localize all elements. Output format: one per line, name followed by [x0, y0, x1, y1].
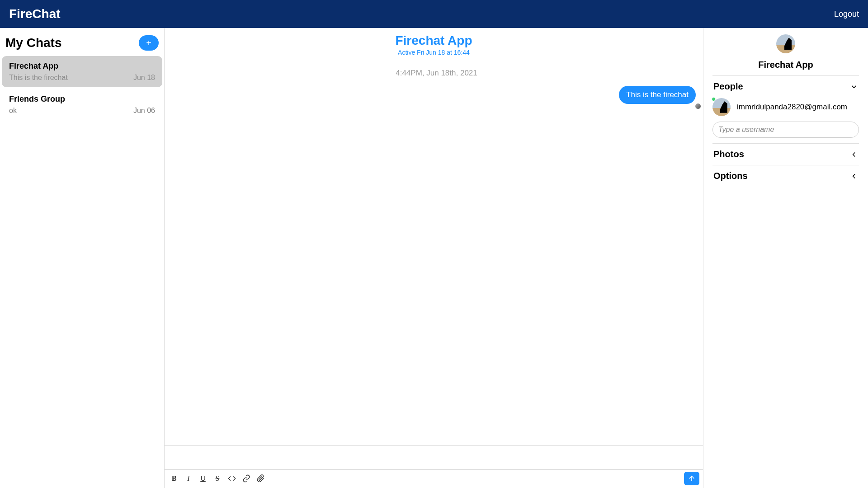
composer-toolbar: B I U S	[165, 470, 703, 488]
message-row: This is the firechat	[172, 86, 701, 104]
brand-title: FireChat	[9, 7, 61, 21]
code-icon	[228, 474, 236, 483]
sidebar: My Chats + Firechat App This is the fire…	[0, 28, 165, 488]
chat-item-title: Firechat App	[9, 61, 155, 71]
chevron-left-icon	[850, 172, 858, 180]
new-chat-button[interactable]: +	[139, 35, 159, 51]
section-photos-header[interactable]: Photos	[712, 149, 859, 160]
chevron-left-icon	[850, 150, 858, 159]
chat-item-friends-group[interactable]: Friends Group ok Jun 06	[2, 89, 162, 120]
conversation-title: Firechat App	[165, 33, 703, 48]
strike-icon: S	[216, 474, 220, 483]
person-name: immridulpanda2820@gmail.com	[737, 103, 847, 112]
presence-dot-online	[712, 97, 716, 101]
chat-item-meta: This is the firechat Jun 18	[9, 74, 155, 82]
app-body: My Chats + Firechat App This is the fire…	[0, 28, 868, 488]
chat-item-date: Jun 06	[133, 107, 155, 115]
bold-icon: B	[172, 474, 177, 483]
section-options-header[interactable]: Options	[712, 171, 859, 181]
chat-list: Firechat App This is the firechat Jun 18…	[0, 56, 164, 488]
conversation: Firechat App Active Fri Jun 18 at 16:44 …	[165, 28, 703, 488]
link-icon	[242, 474, 250, 483]
person-avatar	[712, 98, 731, 116]
bold-button[interactable]: B	[169, 474, 179, 483]
section-options: Options	[712, 165, 859, 187]
plus-icon: +	[146, 38, 151, 47]
date-separator: 4:44PM, Jun 18th, 2021	[172, 69, 701, 78]
italic-icon: I	[187, 474, 189, 483]
section-people-header[interactable]: People	[712, 81, 859, 92]
composer: B I U S	[165, 446, 703, 488]
section-photos-title: Photos	[713, 149, 744, 160]
section-people: People immridulpanda2820@gmail.com	[712, 75, 859, 143]
add-user-input[interactable]	[712, 122, 859, 138]
chat-item-preview: ok	[9, 107, 17, 115]
italic-button[interactable]: I	[184, 474, 193, 483]
link-button[interactable]	[241, 474, 251, 483]
chat-item-title: Friends Group	[9, 94, 155, 104]
person-row[interactable]: immridulpanda2820@gmail.com	[712, 98, 859, 116]
conversation-header: Firechat App Active Fri Jun 18 at 16:44	[165, 28, 703, 58]
chat-item-preview: This is the firechat	[9, 74, 68, 82]
underline-icon: U	[200, 474, 206, 483]
section-people-body: immridulpanda2820@gmail.com	[712, 98, 859, 138]
strike-button[interactable]: S	[212, 474, 222, 483]
sidebar-header: My Chats +	[0, 28, 164, 56]
send-button[interactable]	[684, 472, 699, 485]
details-avatar	[776, 34, 795, 53]
message-bubble: This is the firechat	[619, 86, 696, 104]
arrow-up-icon	[688, 474, 696, 483]
code-button[interactable]	[227, 474, 237, 483]
attach-icon	[257, 474, 265, 483]
messages[interactable]: 4:44PM, Jun 18th, 2021 This is the firec…	[165, 58, 703, 446]
underline-button[interactable]: U	[198, 474, 208, 483]
attach-button[interactable]	[256, 474, 266, 483]
section-people-title: People	[713, 81, 743, 92]
chat-item-firechat-app[interactable]: Firechat App This is the firechat Jun 18	[2, 56, 162, 87]
details-title: Firechat App	[712, 60, 859, 70]
app-header: FireChat Logout	[0, 0, 868, 28]
format-buttons: B I U S	[169, 474, 266, 483]
conversation-status: Active Fri Jun 18 at 16:44	[165, 49, 703, 56]
section-options-title: Options	[713, 171, 748, 181]
message-input[interactable]	[165, 446, 703, 470]
chat-item-date: Jun 18	[133, 74, 155, 82]
details-avatar-wrap	[712, 34, 859, 53]
message-seen-avatar	[695, 103, 701, 109]
details-panel: Firechat App People immridulpanda2820@gm…	[703, 28, 868, 488]
sidebar-title: My Chats	[5, 36, 61, 50]
section-photos: Photos	[712, 143, 859, 165]
logout-button[interactable]: Logout	[834, 9, 859, 19]
chat-item-meta: ok Jun 06	[9, 107, 155, 115]
chevron-down-icon	[850, 83, 858, 91]
